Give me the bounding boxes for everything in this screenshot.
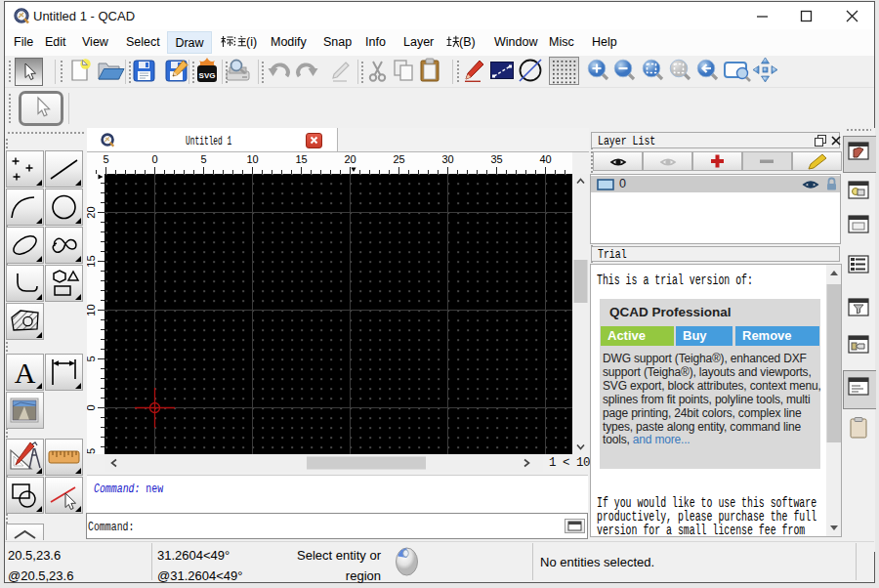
svg-text:10: 10	[246, 153, 258, 165]
svg-text:A: A	[15, 357, 36, 389]
svg-text:20: 20	[87, 206, 97, 218]
svg-text:40: 40	[539, 153, 551, 165]
svg-text:35: 35	[490, 153, 502, 165]
svg-text:5: 5	[200, 153, 206, 165]
svg-text:15: 15	[295, 153, 307, 165]
svg-text:20: 20	[344, 153, 356, 165]
svg-text:0: 0	[151, 153, 157, 165]
svg-text:10: 10	[87, 304, 97, 315]
svg-text:25: 25	[393, 153, 404, 165]
svg-text:15: 15	[87, 255, 97, 267]
svg-text:5: 5	[87, 448, 97, 454]
svg-text:30: 30	[441, 153, 453, 165]
svg-text:0: 0	[87, 404, 97, 410]
svg-text:5: 5	[103, 153, 108, 165]
svg-text:5: 5	[87, 356, 97, 361]
svg-text:SVG: SVG	[199, 71, 216, 80]
